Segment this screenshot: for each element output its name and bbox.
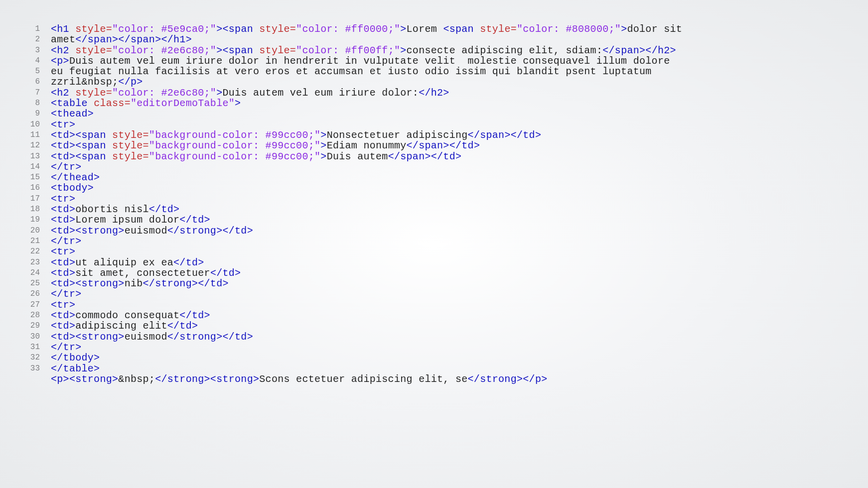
code-line[interactable]: <td><strong>euismod</strong></td> (51, 332, 682, 342)
code-editor[interactable]: 1234567891011121314151617181920212223242… (20, 24, 863, 56)
code-line[interactable]: </tr> (51, 236, 682, 246)
line-number: 18 (20, 204, 40, 215)
code-token: "editorDemoTable" (131, 98, 235, 109)
code-line[interactable]: <td>Lorem ipsum dolor</td> (51, 215, 682, 225)
code-area[interactable]: <h1 style="color: #5e9ca0;"><span style=… (51, 24, 682, 384)
code-line[interactable]: <thead> (51, 109, 682, 119)
code-token: euismod (125, 331, 167, 343)
code-token: zzril&nbsp; (51, 76, 118, 88)
code-token: </span></td> (388, 151, 462, 162)
line-number: 4 (20, 56, 40, 66)
code-token: > (621, 23, 627, 35)
code-token: "color: #2e6c80;" (112, 87, 216, 99)
code-line[interactable]: <h2 style="color: #2e6c80;"><span style=… (51, 45, 682, 56)
code-token: style= (75, 87, 112, 99)
code-line[interactable]: <td>ut aliquip ex ea</td> (51, 257, 682, 268)
code-token: <tr> (51, 193, 75, 205)
code-line[interactable]: <tr> (51, 194, 682, 204)
code-token: adipiscing elit (75, 320, 167, 332)
code-token: </table> (51, 363, 100, 374)
code-token: "color: #808000;" (517, 23, 621, 35)
code-token: </span></td> (468, 129, 542, 141)
code-line[interactable]: <tr> (51, 120, 682, 130)
code-token: style= (112, 129, 149, 141)
code-line[interactable]: <td>obortis nisl</td> (51, 204, 682, 215)
code-line[interactable]: <h2 style="color: #2e6c80;">Duis autem v… (51, 88, 682, 98)
code-token: > (235, 98, 241, 109)
code-line[interactable]: </tbody> (51, 353, 682, 363)
code-line[interactable]: <p>Duis autem vel eum iriure dolor in he… (51, 56, 682, 66)
code-line[interactable]: <td>commodo consequat</td> (51, 310, 682, 321)
code-token: Lorem (407, 23, 443, 35)
code-token: </h2> (419, 87, 449, 99)
code-token: </strong><strong> (155, 373, 259, 385)
code-token: > (400, 45, 406, 56)
code-line[interactable]: <h1 style="color: #5e9ca0;"><span style=… (51, 24, 682, 34)
code-line[interactable]: amet</span></span></h1> (51, 34, 682, 45)
code-line[interactable]: </thead> (51, 172, 682, 183)
line-number: 29 (20, 321, 40, 331)
code-token: sit amet, consectetuer (75, 267, 210, 279)
code-line[interactable]: <tbody> (51, 183, 682, 193)
code-line[interactable]: eu feugiat nulla facilisis at vero eros … (51, 66, 682, 77)
code-token: style= (75, 23, 112, 35)
line-number: 10 (20, 120, 40, 130)
code-line[interactable]: zzril&nbsp;</p> (51, 77, 682, 87)
line-number: 15 (20, 172, 40, 183)
code-token: </tbody> (51, 352, 100, 364)
line-number: 13 (20, 151, 40, 162)
code-token: Duis autem (327, 151, 388, 162)
line-number: 16 (20, 183, 40, 193)
code-line[interactable]: <tr> (51, 246, 682, 257)
line-number: 20 (20, 226, 40, 236)
code-token: obortis nisl (75, 204, 149, 215)
line-number: 8 (20, 98, 40, 109)
code-line[interactable]: <td><strong>euismod</strong></td> (51, 226, 682, 236)
code-token: </p> (118, 76, 143, 88)
code-line[interactable]: <td><strong>nib</strong></td> (51, 278, 682, 289)
code-token: Ediam nonummy (327, 140, 407, 151)
line-number: 26 (20, 289, 40, 299)
code-token: > (216, 87, 222, 99)
code-line[interactable]: <td>sit amet, consectetuer</td> (51, 268, 682, 278)
code-token: <td> (51, 257, 75, 268)
code-line[interactable]: </tr> (51, 162, 682, 172)
code-line[interactable]: <td><span style="background-color: #99cc… (51, 151, 682, 162)
code-token: </strong></p> (468, 373, 548, 385)
line-number: 32 (20, 353, 40, 363)
line-number: 1 (20, 24, 40, 34)
code-line[interactable]: <td><span style="background-color: #99cc… (51, 130, 682, 140)
code-line[interactable]: <td><span style="background-color: #99cc… (51, 140, 682, 151)
code-token: amet (51, 34, 75, 45)
code-line[interactable]: <p><strong>&nbsp;</strong><strong>Scons … (51, 374, 682, 384)
code-token: <table (51, 98, 94, 109)
code-token: style= (259, 45, 296, 56)
code-token: <td><span (51, 151, 112, 162)
code-line[interactable]: <table class="editorDemoTable"> (51, 98, 682, 109)
code-token: <tr> (51, 119, 75, 130)
code-line[interactable]: <td>adipiscing elit</td> (51, 321, 682, 331)
code-line[interactable]: </tr> (51, 289, 682, 299)
line-number: 2 (20, 34, 40, 45)
code-token: <span (443, 23, 480, 35)
code-token: ut aliquip ex ea (75, 257, 173, 268)
code-line[interactable]: <tr> (51, 300, 682, 310)
code-token: "background-color: #99cc00;" (149, 140, 320, 151)
code-token: </td> (179, 214, 210, 226)
code-token: style= (75, 45, 112, 56)
code-token: </thead> (51, 172, 100, 183)
code-token: <td> (51, 320, 75, 332)
code-token: <h2 (51, 87, 75, 99)
code-token: </td> (179, 310, 210, 321)
line-number: 3 (20, 45, 40, 56)
code-token: Lorem ipsum dolor (75, 214, 179, 226)
code-token: </span></span></h1> (75, 34, 192, 45)
code-token: </td> (210, 267, 241, 279)
code-line[interactable]: </table> (51, 364, 682, 374)
code-token: nib (125, 278, 143, 289)
code-token: > (320, 140, 326, 151)
line-number: 25 (20, 278, 40, 289)
line-number: 19 (20, 215, 40, 225)
code-line[interactable]: </tr> (51, 342, 682, 353)
code-token: <tbody> (51, 182, 94, 194)
